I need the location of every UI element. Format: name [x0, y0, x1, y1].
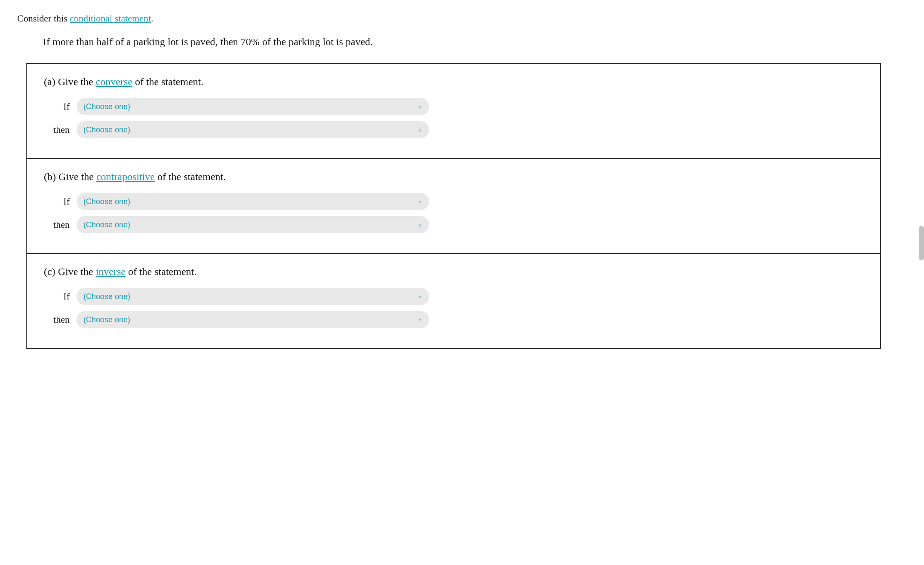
scrollbar[interactable] [919, 226, 924, 260]
section-a-if-row: If (Choose one) ⬦ [44, 98, 863, 115]
section-a-then-row: then (Choose one) ⬦ [44, 121, 863, 138]
conditional-statement-text: If more than half of a parking lot is pa… [43, 36, 907, 48]
section-c-text-before: Give the [58, 266, 96, 277]
section-b-if-label: If [44, 196, 70, 207]
intro-text-after: . [151, 13, 153, 24]
section-a-if-wrapper: (Choose one) ⬦ [77, 98, 429, 115]
section-a-then-select[interactable]: (Choose one) [77, 121, 429, 138]
conditional-statement-link[interactable]: conditional statement [70, 13, 151, 24]
section-b: (b) Give the contrapositive of the state… [27, 159, 880, 254]
section-a: (a) Give the converse of the statement. … [27, 64, 880, 159]
section-b-if-row: If (Choose one) ⬦ [44, 193, 863, 210]
section-b-if-wrapper: (Choose one) ⬦ [77, 193, 429, 210]
section-b-text-before: Give the [58, 171, 96, 182]
section-c-then-label: then [44, 314, 70, 325]
section-c: (c) Give the inverse of the statement. I… [27, 254, 880, 348]
section-a-label: (a) [44, 76, 55, 87]
inverse-link[interactable]: inverse [96, 266, 126, 277]
section-c-then-select[interactable]: (Choose one) [77, 311, 429, 328]
section-b-if-select[interactable]: (Choose one) [77, 193, 429, 210]
section-c-then-row: then (Choose one) ⬦ [44, 311, 863, 328]
intro-paragraph: Consider this conditional statement. [17, 13, 907, 24]
section-a-text-after: of the statement. [132, 76, 203, 87]
section-c-if-wrapper: (Choose one) ⬦ [77, 288, 429, 305]
section-c-if-select[interactable]: (Choose one) [77, 288, 429, 305]
section-a-then-wrapper: (Choose one) ⬦ [77, 121, 429, 138]
section-b-then-label: then [44, 219, 70, 230]
section-a-heading: (a) Give the converse of the statement. [44, 76, 863, 88]
section-c-if-row: If (Choose one) ⬦ [44, 288, 863, 305]
contrapositive-link[interactable]: contrapositive [96, 171, 155, 182]
section-c-then-wrapper: (Choose one) ⬦ [77, 311, 429, 328]
section-b-then-wrapper: (Choose one) ⬦ [77, 216, 429, 233]
section-c-text-after: of the statement. [126, 266, 196, 277]
section-b-then-select[interactable]: (Choose one) [77, 216, 429, 233]
intro-text-before: Consider this [17, 13, 70, 24]
section-a-if-select[interactable]: (Choose one) [77, 98, 429, 115]
section-b-heading: (b) Give the contrapositive of the state… [44, 171, 863, 183]
questions-container: (a) Give the converse of the statement. … [26, 63, 881, 349]
section-a-if-label: If [44, 101, 70, 112]
section-a-then-label: then [44, 124, 70, 135]
section-b-then-row: then (Choose one) ⬦ [44, 216, 863, 233]
section-c-heading: (c) Give the inverse of the statement. [44, 266, 863, 278]
section-a-text-before: Give the [58, 76, 96, 87]
section-c-if-label: If [44, 291, 70, 302]
converse-link[interactable]: converse [96, 76, 132, 87]
section-b-label: (b) [44, 171, 56, 182]
section-c-label: (c) [44, 266, 55, 277]
section-b-text-after: of the statement. [155, 171, 226, 182]
